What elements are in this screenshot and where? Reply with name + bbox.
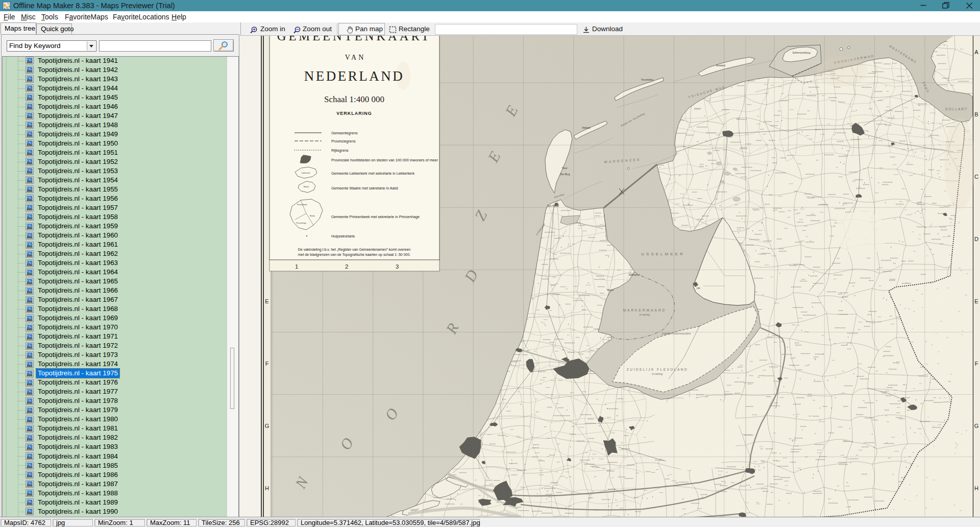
svg-text:VERKLARING: VERKLARING [336, 111, 372, 116]
svg-text:E: E [974, 298, 978, 304]
svg-text:H: H [265, 485, 269, 491]
svg-text:Vlieland: Vlieland [582, 127, 591, 129]
svg-text:1: 1 [295, 264, 298, 270]
svg-text:met de bladgrenzen van de Topo: met de bladgrenzen van de Topografische … [298, 253, 411, 257]
svg-text:D: D [974, 236, 978, 242]
svg-text:Prinsenbeek: Prinsenbeek [297, 204, 307, 206]
svg-text:Ameland: Ameland [716, 64, 725, 67]
svg-text:A: A [974, 49, 978, 55]
svg-text:B: B [974, 111, 978, 117]
svg-text:Terschelling: Terschelling [641, 79, 653, 81]
svg-text:USSELMEER: USSELMEER [641, 252, 684, 256]
svg-text:DOLLART: DOLLART [945, 107, 968, 111]
svg-text:Provinciegrens: Provinciegrens [331, 139, 356, 143]
svg-text:Zuidelijke IJsselmeerpolders: Zuidelijke IJsselmeerpolders [662, 332, 692, 335]
svg-text:Enkhuizen: Enkhuizen [629, 274, 640, 276]
svg-text:H: H [974, 485, 978, 491]
svg-text:E: E [265, 298, 268, 304]
svg-text:Urk: Urk [697, 287, 701, 290]
svg-text:Schiermonnikoog: Schiermonnikoog [793, 52, 811, 54]
svg-text:C: C [974, 174, 978, 180]
svg-text:Rijksgrens: Rijksgrens [331, 148, 349, 153]
svg-text:De vakindeling t.b.v. het „Reg: De vakindeling t.b.v. het „Register van … [298, 248, 411, 252]
svg-text:G: G [265, 423, 270, 429]
svg-text:Hulpsekretarie: Hulpsekretarie [331, 234, 355, 238]
svg-text:F: F [975, 361, 978, 367]
svg-text:Texel: Texel [562, 167, 568, 170]
svg-text:G: G [974, 423, 979, 429]
svg-text:GEMEENTENKAART: GEMEENTENKAART [277, 36, 432, 43]
svg-text:Breda: Breda [310, 215, 314, 217]
svg-text:NEDERLAND: NEDERLAND [304, 68, 404, 84]
svg-text:ZUIDELIJK FLEVOLAND: ZUIDELIJK FLEVOLAND [627, 368, 688, 371]
svg-text:MARKERWAARD: MARKERWAARD [623, 308, 667, 312]
svg-text:(in aanleg): (in aanleg) [639, 314, 650, 316]
svg-text:Gemeente Waalre met sekretarie: Gemeente Waalre met sekretarie in Aalst [331, 186, 398, 190]
svg-text:Waalre: Waalre [304, 186, 309, 188]
svg-text:3: 3 [396, 264, 399, 270]
svg-text:2: 2 [345, 264, 348, 270]
svg-text:Den Helder: Den Helder [548, 205, 559, 207]
svg-text:Gemeente Lekkerkerk met sekret: Gemeente Lekkerkerk met sekretarie in Le… [331, 171, 414, 176]
svg-text:Gemeentegrens: Gemeentegrens [331, 131, 358, 135]
svg-text:F: F [265, 361, 269, 367]
svg-text:Provinciale hoofdsteden en ste: Provinciale hoofdsteden en steden van 10… [331, 158, 438, 162]
svg-text:(in aanleg): (in aanleg) [652, 373, 663, 375]
svg-text:Schaal 1:400 000: Schaal 1:400 000 [324, 94, 384, 104]
svg-text:Hoorn: Hoorn [607, 289, 614, 292]
svg-text:Princenhage: Princenhage [296, 222, 306, 224]
svg-text:VAN: VAN [345, 54, 366, 61]
svg-text:Den Burg: Den Burg [560, 173, 570, 176]
svg-text:Lekkerkerk: Lekkerkerk [301, 172, 310, 174]
svg-text:Gemeente Prinsenbeek met sekre: Gemeente Prinsenbeek met sekretarie in P… [331, 214, 420, 219]
